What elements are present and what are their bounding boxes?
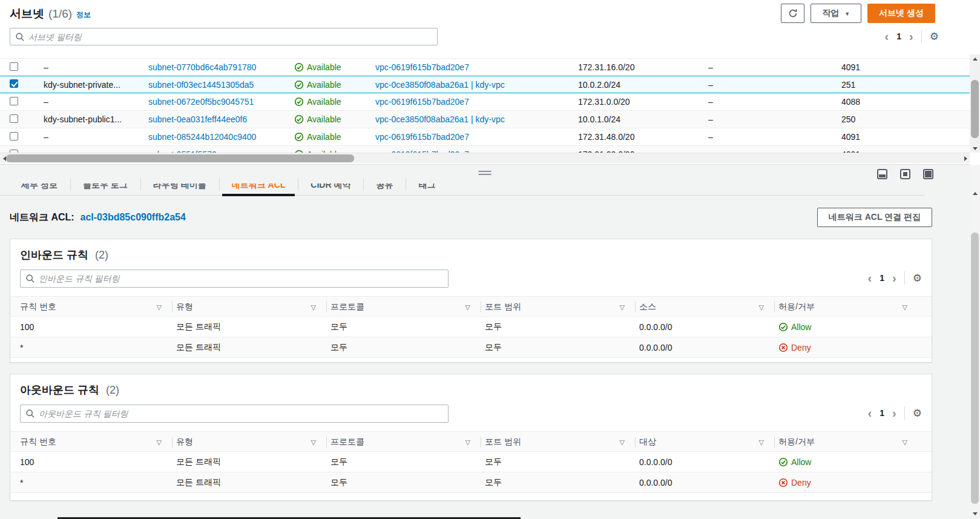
- tab-route-table[interactable]: 라우팅 테이블: [140, 175, 219, 195]
- row-checkbox[interactable]: [10, 97, 18, 105]
- column-header: 포트 범위: [485, 437, 521, 448]
- next-page-button[interactable]: ›: [909, 30, 913, 42]
- available-ips-cell: 4091: [841, 132, 970, 142]
- table-row[interactable]: – subnet-0672e0f5bc9045751 Available vpc…: [0, 93, 970, 111]
- title-area: 서브넷 (1/6) 정보: [10, 4, 91, 22]
- refresh-button[interactable]: [781, 4, 804, 23]
- scroll-down-arrow[interactable]: [970, 144, 980, 153]
- decision-label: Allow: [791, 457, 811, 467]
- filter-icon[interactable]: ▽: [157, 303, 162, 311]
- next-page-button[interactable]: ›: [892, 407, 896, 419]
- state-cell: Available: [294, 114, 375, 124]
- prev-page-button[interactable]: ‹: [868, 407, 872, 419]
- settings-gear-icon[interactable]: ⚙: [913, 273, 922, 283]
- tab-flow-logs[interactable]: 플로우 로그: [70, 175, 140, 195]
- filter-icon[interactable]: ▽: [903, 303, 907, 311]
- target-cell: 0.0.0.0/0: [639, 457, 778, 467]
- type-cell: 모든 트래픽: [176, 342, 331, 353]
- filter-icon[interactable]: ▽: [311, 438, 316, 446]
- inbound-filter-input[interactable]: [39, 274, 443, 283]
- state-cell: Available: [294, 62, 375, 72]
- outbound-filter-input[interactable]: [39, 409, 443, 418]
- actions-dropdown-button[interactable]: 작업 ▼: [811, 4, 861, 23]
- subnet-filter: [10, 28, 438, 45]
- table-row[interactable]: – subnet-085244b12040c9400 Available vpc…: [0, 128, 970, 146]
- inbound-table-header: 규칙 번호▽ 유형▽ 프로토콜▽ 포트 범위▽ 소스▽ 허용/거부▽: [10, 296, 932, 317]
- header-buttons: 작업 ▼ 서브넷 생성: [781, 4, 935, 23]
- settings-gear-icon[interactable]: ⚙: [930, 31, 939, 42]
- vpc-link[interactable]: vpc-0619f615b7bad20e7: [375, 62, 578, 72]
- subnet-table: – subnet-0770bd6c4ab791780 Available vpc…: [0, 58, 970, 153]
- scroll-down-arrow[interactable]: [970, 509, 980, 518]
- vpc-link[interactable]: vpc-0ce3850f08aba26a1 | kdy-vpc: [375, 80, 578, 90]
- table-row-partial[interactable]: – subnet-0551f5570 Available vpc-0619f61…: [0, 146, 970, 153]
- network-acl-id-link[interactable]: acl-03bd85c090ffb2a54: [81, 212, 186, 222]
- row-checkbox-checked[interactable]: [10, 79, 18, 88]
- subnet-id-link[interactable]: subnet-0672e0f5bc9045751: [148, 97, 294, 107]
- table-horizontal-scrollbar[interactable]: [0, 153, 970, 163]
- current-page[interactable]: 1: [896, 31, 901, 41]
- scroll-right-arrow[interactable]: [961, 153, 970, 164]
- tab-network-acl[interactable]: 네트워크 ACL: [219, 175, 298, 195]
- panel-vertical-scrollbar[interactable]: [970, 165, 980, 519]
- source-cell: 0.0.0.0/0: [639, 322, 778, 332]
- prev-page-button[interactable]: ‹: [885, 30, 889, 42]
- subnet-pagination: ‹ 1 › ⚙: [885, 30, 939, 43]
- rule-number-cell: 100: [20, 322, 176, 332]
- table-row[interactable]: – subnet-0770bd6c4ab791780 Available vpc…: [0, 59, 970, 76]
- filter-icon[interactable]: ▽: [759, 438, 764, 446]
- tab-details[interactable]: 세부 정보: [8, 175, 70, 195]
- current-page[interactable]: 1: [880, 273, 884, 283]
- table-row-selected[interactable]: kdy-subnet-private... subnet-0f03ec14451…: [0, 76, 970, 93]
- decision-label: Deny: [791, 478, 811, 488]
- tab-cidr-reservations[interactable]: CIDR 예약: [298, 175, 363, 195]
- scroll-up-arrow[interactable]: [970, 189, 980, 197]
- scroll-thumb[interactable]: [971, 233, 979, 504]
- column-header: 규칙 번호: [20, 302, 56, 312]
- subnet-id-link[interactable]: subnet-085244b12040c9400: [148, 132, 294, 142]
- settings-gear-icon[interactable]: ⚙: [913, 408, 922, 418]
- subnet-filter-input[interactable]: [28, 32, 432, 42]
- column-header: 허용/거부: [778, 302, 815, 312]
- vpc-link[interactable]: vpc-0ce3850f08aba26a1 | kdy-vpc: [375, 114, 578, 124]
- available-ips-cell: 4091: [841, 62, 970, 72]
- vpc-link[interactable]: vpc-0619f615b7bad20e7: [375, 97, 578, 107]
- filter-icon[interactable]: ▽: [311, 303, 316, 311]
- filter-icon[interactable]: ▽: [620, 303, 625, 311]
- next-page-button[interactable]: ›: [892, 272, 896, 284]
- edit-network-acl-association-button[interactable]: 네트워크 ACL 연결 편집: [817, 208, 932, 227]
- filter-icon[interactable]: ▽: [903, 438, 907, 446]
- ipv6-cidr-cell: –: [708, 132, 841, 142]
- x-circle-icon: [778, 478, 788, 488]
- info-link[interactable]: 정보: [76, 10, 91, 20]
- filter-icon[interactable]: ▽: [465, 303, 470, 311]
- scroll-thumb[interactable]: [971, 80, 979, 138]
- tab-tags[interactable]: 태그: [406, 175, 448, 195]
- table-row[interactable]: kdy-subnet-public1... subnet-0ea031feff4…: [0, 111, 970, 128]
- subnet-id-link[interactable]: subnet-0ea031feff44ee0f6: [148, 114, 294, 124]
- decision-label: Allow: [791, 322, 811, 332]
- current-page[interactable]: 1: [880, 408, 884, 418]
- row-checkbox[interactable]: [10, 62, 18, 71]
- scroll-up-arrow[interactable]: [970, 55, 980, 63]
- panel-drag-handle-icon[interactable]: [479, 171, 492, 175]
- subnet-id-link[interactable]: subnet-0f03ec14451305da5: [148, 80, 294, 90]
- prev-page-button[interactable]: ‹: [868, 272, 872, 284]
- scroll-thumb[interactable]: [6, 154, 354, 162]
- state-label: Available: [307, 80, 341, 90]
- row-checkbox[interactable]: [10, 132, 18, 140]
- outbound-rule-row: 100 모든 트래픽 모두 모두 0.0.0.0/0 Allow: [10, 452, 932, 472]
- table-vertical-scrollbar[interactable]: [970, 55, 980, 153]
- subnet-id-link[interactable]: subnet-0770bd6c4ab791780: [148, 62, 294, 72]
- filter-icon[interactable]: ▽: [759, 303, 764, 311]
- network-acl-header: 네트워크 ACL: acl-03bd85c090ffb2a54 네트워크 ACL…: [10, 207, 932, 228]
- filter-icon[interactable]: ▽: [157, 438, 162, 446]
- filter-icon[interactable]: ▽: [620, 438, 625, 446]
- row-checkbox[interactable]: [10, 114, 18, 123]
- tab-sharing[interactable]: 공유: [363, 175, 406, 195]
- cidr-cell: 172.31.16.0/20: [578, 62, 708, 72]
- filter-icon[interactable]: ▽: [465, 438, 470, 446]
- vpc-link[interactable]: vpc-0619f615b7bad20e7: [375, 132, 578, 142]
- column-header: 유형: [176, 437, 193, 448]
- create-subnet-button[interactable]: 서브넷 생성: [867, 4, 935, 23]
